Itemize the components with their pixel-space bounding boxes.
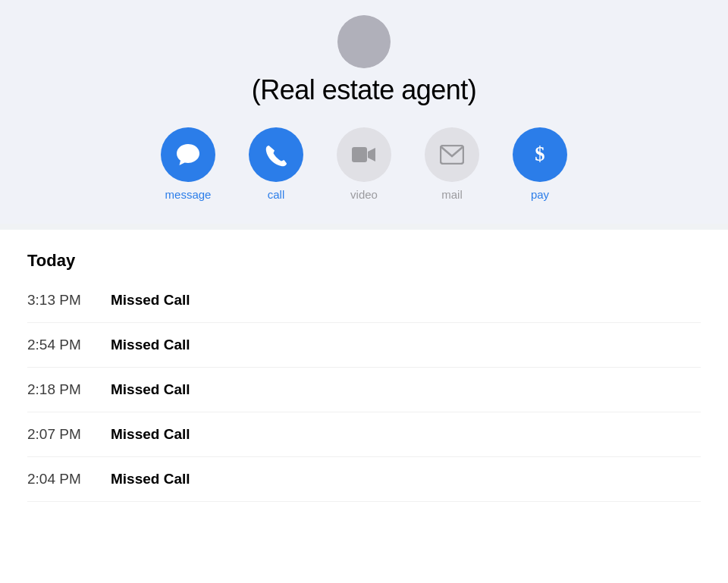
call-time: 2:18 PM	[27, 381, 111, 398]
pay-action[interactable]: $ pay	[513, 127, 567, 201]
mail-button[interactable]	[425, 127, 479, 182]
call-icon	[264, 143, 288, 167]
call-button[interactable]	[249, 127, 303, 182]
call-entry: 3:13 PM Missed Call	[27, 278, 701, 323]
svg-text:$: $	[535, 143, 544, 165]
section-title: Today	[27, 251, 701, 271]
action-buttons-row: message call video	[0, 127, 728, 201]
call-status: Missed Call	[111, 426, 190, 443]
video-button[interactable]	[337, 127, 391, 182]
call-label: call	[268, 188, 285, 201]
call-entry: 2:04 PM Missed Call	[27, 457, 701, 502]
video-icon	[351, 145, 377, 165]
contact-name: (Real estate agent)	[252, 74, 477, 106]
message-button[interactable]	[161, 127, 215, 182]
pay-icon: $	[532, 143, 548, 167]
call-time: 3:13 PM	[27, 292, 111, 309]
call-status: Missed Call	[111, 471, 190, 487]
avatar	[337, 15, 391, 68]
video-label: video	[350, 188, 378, 201]
top-section: (Real estate agent) message call	[0, 0, 728, 224]
mail-icon	[440, 145, 464, 165]
call-time: 2:54 PM	[27, 337, 111, 353]
call-status: Missed Call	[111, 337, 190, 353]
message-icon	[175, 143, 201, 167]
call-status: Missed Call	[111, 381, 190, 398]
mail-label: mail	[441, 188, 463, 201]
video-action[interactable]: video	[337, 127, 391, 201]
pay-label: pay	[531, 188, 549, 201]
call-status: Missed Call	[111, 292, 190, 309]
call-time: 2:04 PM	[27, 471, 111, 487]
section-divider	[0, 224, 728, 230]
svg-rect-0	[352, 147, 367, 162]
call-log-section: Today 3:13 PM Missed Call 2:54 PM Missed…	[0, 230, 728, 502]
pay-button[interactable]: $	[513, 127, 567, 182]
call-entry: 2:54 PM Missed Call	[27, 323, 701, 368]
call-entry: 2:18 PM Missed Call	[27, 368, 701, 412]
message-action[interactable]: message	[161, 127, 215, 201]
call-time: 2:07 PM	[27, 426, 111, 443]
call-entry: 2:07 PM Missed Call	[27, 412, 701, 457]
message-label: message	[165, 188, 212, 201]
call-action[interactable]: call	[249, 127, 303, 201]
mail-action[interactable]: mail	[425, 127, 479, 201]
